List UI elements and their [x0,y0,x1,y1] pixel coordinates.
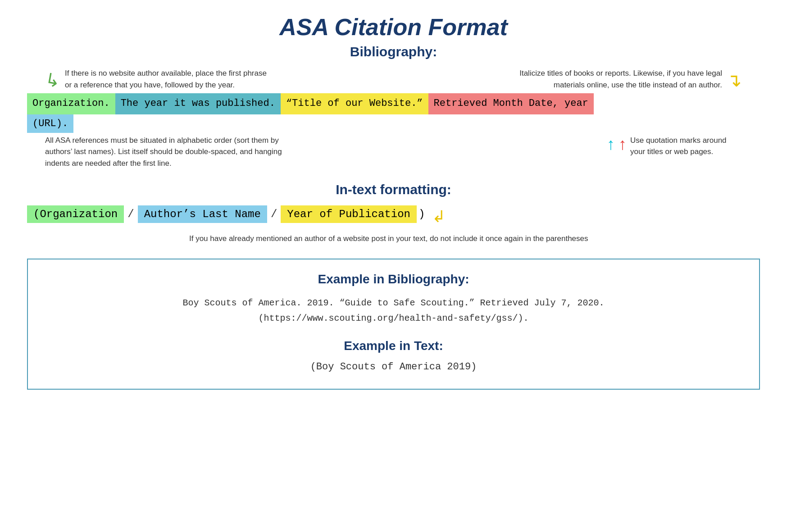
example-bib-heading: Example in Bibliography: [55,272,732,286]
citation-bar-wrapper: Organization. The year it was published.… [27,93,760,133]
arrow-note-right-text: Use quotation marks around your titles o… [630,135,742,158]
intext-note-text: If you have already mentioned an author … [189,233,588,245]
examples-box: Example in Bibliography: Boy Scouts of A… [27,259,760,390]
arrow-cyan-icon: ↑ [607,135,615,154]
arrow-red-icon: ↑ [619,135,627,154]
intext-bar-row: (Organization / Author’s Last Name / Yea… [27,205,760,228]
citation-org: Organization. [27,93,115,114]
intext-heading: In-text formatting: [27,182,760,197]
citation-second-line: (URL). [27,114,760,133]
citation-retrieved: Retrieved Month Date, year [428,93,594,114]
intext-org: (Organization [27,205,124,223]
arrow-yellow-down-icon: ↴ [727,71,742,89]
bibliography-heading: Bibliography: [27,44,760,59]
arrow-note-left-text: All ASA references must be situated in a… [45,136,282,168]
example-bib-line2: (https://www.scouting.org/health-and-saf… [55,311,732,326]
example-bib-text: Boy Scouts of America. 2019. “Guide to S… [55,296,732,326]
annotation-right: Italicize titles of books or reports. Li… [508,68,742,91]
annotation-right-text: Italicize titles of books or reports. Li… [508,68,722,91]
bibliography-section: Bibliography: ↳ If there is no website a… [27,44,760,169]
annotation-left: ↳ If there is no website author availabl… [45,68,270,91]
annotation-row: ↳ If there is no website author availabl… [27,68,760,91]
arrow-note-right-block: ↑ ↑ Use quotation marks around your titl… [607,135,742,169]
arrow-note-left: All ASA references must be situated in a… [45,135,297,169]
intext-year: Year of Publication [281,205,417,223]
citation-title: “Title of our Website.” [281,93,428,114]
citation-year-published: The year it was published. [115,93,281,114]
annotation-left-text: If there is no website author available,… [65,68,270,91]
intext-note-row: If you have already mentioned an author … [189,230,760,245]
arrow-green-icon: ↳ [44,70,62,90]
example-bib-line1: Boy Scouts of America. 2019. “Guide to S… [55,296,732,311]
citation-bar: Organization. The year it was published.… [27,93,760,114]
main-title: ASA Citation Format [27,14,760,41]
intext-slash-1: / [124,208,137,220]
arrow-yellow-curved-icon: ↲ [432,207,446,226]
intext-slash-2: / [267,208,281,220]
example-intext-text: (Boy Scouts of America 2019) [55,361,732,373]
intext-bar: (Organization / Author’s Last Name / Yea… [27,205,427,223]
citation-url: (URL). [27,114,73,133]
intext-author: Author’s Last Name [138,205,267,223]
example-text-heading: Example in Text: [55,339,732,353]
arrows-below-row: All ASA references must be situated in a… [27,135,760,169]
intext-close-paren: ) [417,205,427,223]
intext-section: In-text formatting: (Organization / Auth… [27,182,760,245]
